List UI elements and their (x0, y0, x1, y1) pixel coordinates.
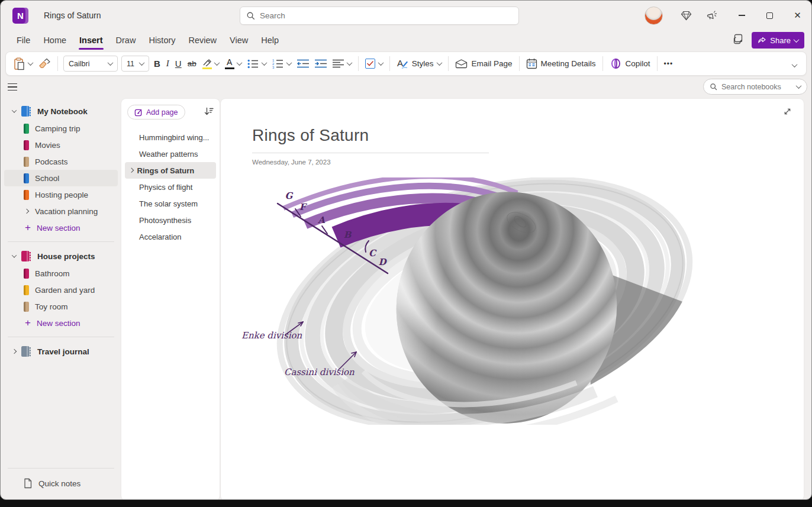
notebook-house-projects[interactable]: House projects (4, 247, 118, 265)
section-label: Podcasts (35, 157, 68, 166)
section-tab-icon (24, 124, 29, 134)
page-title-label: Physics of flight (139, 183, 192, 192)
new-section-label: New section (37, 224, 80, 232)
onenote-window: N Rings of Saturn ✕ File Home Insert Dra… (0, 0, 812, 500)
section-podcasts[interactable]: Podcasts (4, 153, 118, 170)
minimize-button[interactable] (728, 1, 756, 30)
section-camping-trip[interactable]: Camping trip (4, 120, 118, 137)
search-input[interactable] (260, 11, 513, 20)
menu-view[interactable]: View (223, 32, 254, 49)
page-title-label: Hummingbird wing... (139, 133, 210, 142)
styles-button[interactable]: A Styles (394, 54, 445, 73)
notebook-travel-journal[interactable]: Travel journal (4, 343, 118, 360)
page-item-selected[interactable]: Rings of Saturn (125, 162, 216, 179)
ribbon-overflow-button[interactable]: ••• (661, 54, 676, 73)
menu-history[interactable]: History (142, 32, 182, 49)
chevron-expanded-icon[interactable] (8, 254, 21, 258)
increase-indent-button[interactable] (312, 54, 330, 73)
sort-pages-button[interactable] (204, 106, 214, 118)
page-item[interactable]: Hummingbird wing... (125, 129, 216, 146)
section-group-vacation-planning[interactable]: Vacation planning (4, 203, 118, 219)
underline-button[interactable]: U (172, 54, 185, 73)
ribbon-collapse-chevron-icon[interactable] (792, 62, 798, 67)
font-color-button[interactable]: A (222, 54, 244, 73)
search-box[interactable] (240, 7, 519, 25)
section-hosting-people[interactable]: Hosting people (4, 186, 118, 203)
page-title[interactable]: Rings of Saturn (252, 126, 804, 145)
page-item[interactable]: Physics of flight (125, 179, 216, 195)
share-button[interactable]: Share (752, 32, 804, 49)
section-label: Bathroom (35, 269, 70, 278)
chevron-down-icon (261, 60, 267, 66)
page-item[interactable]: Weather patterns (125, 146, 216, 162)
page-item[interactable]: Photosynthesis (125, 212, 216, 228)
enke-division-label: Enke division (241, 330, 302, 341)
saturn-figure[interactable]: G F A B C D Enke division Cassini divisi… (234, 177, 708, 425)
chevron-collapsed-icon[interactable] (8, 350, 21, 353)
menu-insert[interactable]: Insert (73, 32, 109, 49)
search-notebooks-box[interactable] (703, 79, 807, 95)
page-canvas[interactable]: Rings of Saturn Wednesday, June 7, 2023 (221, 99, 804, 500)
section-bathroom[interactable]: Bathroom (4, 265, 118, 282)
chevron-down-icon (794, 37, 800, 43)
chevron-expanded-icon[interactable] (8, 109, 21, 113)
hamburger-menu-icon[interactable] (8, 79, 23, 95)
notebook-name: Travel journal (37, 347, 89, 356)
onenote-logo-icon[interactable]: N (12, 8, 28, 24)
menu-draw[interactable]: Draw (109, 32, 143, 49)
italic-button[interactable]: I (163, 54, 172, 73)
decrease-indent-icon (297, 59, 309, 68)
page-copy-icon[interactable] (733, 34, 743, 47)
close-button[interactable]: ✕ (784, 1, 811, 30)
add-page-label: Add page (146, 108, 178, 117)
section-tab-icon (24, 173, 29, 183)
numbered-list-button[interactable]: 123 (269, 54, 294, 73)
copilot-label: Copilot (626, 59, 650, 68)
divider (8, 241, 114, 242)
notebook-icon (21, 105, 31, 117)
todo-tag-button[interactable] (362, 54, 386, 73)
paste-button[interactable] (11, 54, 36, 73)
page-item[interactable]: The solar system (125, 195, 216, 212)
highlight-button[interactable] (199, 54, 222, 73)
meeting-details-button[interactable]: Meeting Details (523, 54, 599, 73)
bold-button[interactable]: B (151, 54, 163, 73)
chevron-down-icon (346, 60, 352, 66)
menu-help[interactable]: Help (254, 32, 285, 49)
close-icon: ✕ (794, 10, 801, 21)
notebook-my-notebook[interactable]: My Notebook (4, 102, 118, 120)
feedback-megaphone-icon[interactable] (702, 5, 722, 25)
chevron-down-icon (286, 60, 292, 66)
page-item[interactable]: Accelaration (125, 228, 216, 245)
premium-diamond-icon[interactable] (676, 5, 696, 25)
new-section-button-2[interactable]: +New section (4, 315, 118, 331)
strikethrough-button[interactable]: ab (185, 54, 199, 73)
expand-page-button[interactable] (783, 107, 792, 118)
format-painter-button[interactable] (36, 54, 54, 73)
font-size-select[interactable]: 11 (121, 56, 149, 72)
section-movies[interactable]: Movies (4, 137, 118, 153)
decrease-indent-button[interactable] (294, 54, 312, 73)
bullet-list-button[interactable] (244, 54, 269, 73)
avatar[interactable] (645, 7, 663, 25)
alignment-button[interactable] (330, 54, 355, 73)
page-title-label: Accelaration (139, 232, 182, 241)
new-section-button-1[interactable]: +New section (4, 219, 118, 236)
page-date: Wednesday, June 7, 2023 (252, 159, 804, 166)
notebook-name: House projects (37, 252, 95, 261)
quick-notes-button[interactable]: Quick notes (4, 476, 118, 491)
menu-review[interactable]: Review (182, 32, 224, 49)
cassini-division-label: Cassini division (284, 367, 355, 377)
add-page-button[interactable]: Add page (127, 105, 185, 120)
email-page-button[interactable]: Email Page (452, 54, 515, 73)
copilot-button[interactable]: Copilot (607, 54, 653, 73)
email-icon (455, 59, 468, 69)
font-name-select[interactable]: Cailbri (63, 56, 118, 72)
menu-home[interactable]: Home (37, 32, 73, 49)
section-toy-room[interactable]: Toy room (4, 298, 118, 315)
section-garden-and-yard[interactable]: Garden and yard (4, 282, 118, 298)
menu-file[interactable]: File (10, 32, 37, 49)
search-notebooks-input[interactable] (721, 83, 797, 91)
section-school[interactable]: School (4, 170, 118, 186)
maximize-button[interactable] (756, 1, 784, 30)
